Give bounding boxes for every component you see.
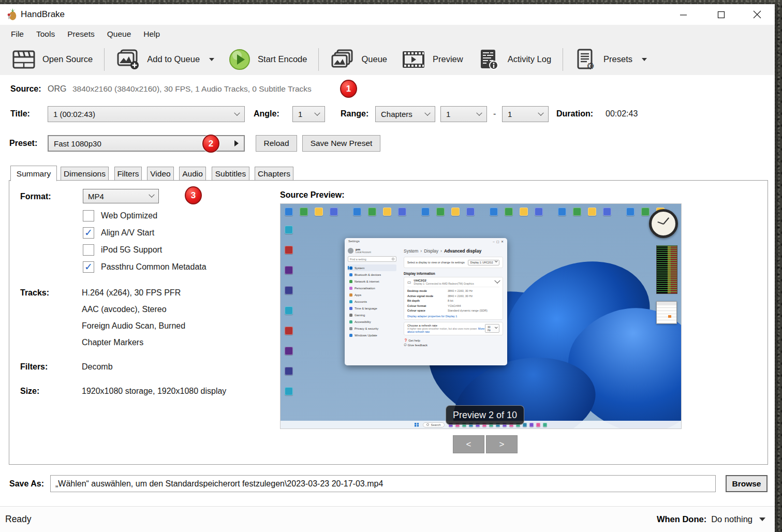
maximize-button[interactable] [708, 4, 734, 25]
preview-counter-overlay: Preview 2 of 10 [446, 405, 524, 425]
title-label: Title: [10, 109, 30, 119]
chevron-right-icon [234, 140, 239, 146]
desktop-icons-row [285, 208, 665, 216]
close-button[interactable] [744, 4, 770, 25]
annotation-badge-3: 3 [185, 186, 202, 204]
tab-audio[interactable]: Audio [179, 167, 206, 181]
option-passthru-common-metadata[interactable]: ✓ Passthru Common Metadata [83, 261, 206, 273]
queue-label: Queue [361, 54, 387, 64]
option-align-av-start[interactable]: ✓ Align A/V Start [83, 227, 154, 239]
add-to-queue-label: Add to Queue [147, 54, 200, 64]
chevron-down-icon [538, 110, 543, 115]
time-language-icon [349, 307, 352, 310]
play-circle-icon [229, 49, 250, 70]
track-video: H.264 (x264), 30 FPS PFR [82, 288, 181, 298]
previous-preview-button[interactable]: < [453, 435, 484, 453]
align-av-start-checkbox[interactable]: ✓ [83, 227, 94, 239]
when-done-label: When Done: [657, 514, 706, 524]
clapperboard-icon [12, 50, 35, 69]
toolbar-separator [318, 48, 319, 71]
calendar-widget-icon [656, 301, 677, 324]
activity-log-label: Activity Log [508, 54, 551, 64]
accessibility-icon [349, 320, 352, 323]
range-type-select[interactable]: Chapters [375, 106, 435, 122]
when-done-value: Do nothing [711, 514, 753, 524]
desktop-icons-column [285, 226, 293, 395]
format-select[interactable]: MP4 [83, 189, 159, 203]
browse-button[interactable]: Browse [726, 475, 768, 492]
menu-help[interactable]: Help [137, 25, 166, 43]
range-from-value: 1 [446, 110, 477, 119]
queue-button[interactable]: Queue [323, 45, 394, 74]
range-to-select[interactable]: 1 [502, 106, 549, 122]
give-feedback-link: 🗩 Give feedback [404, 344, 503, 347]
display-adapter-link: Display adapter properties for Display 1 [407, 315, 499, 318]
display-dropdown: Display 1: UHC2G2 [468, 260, 499, 265]
personalisation-icon [349, 287, 352, 290]
menu-queue[interactable]: Queue [101, 25, 138, 43]
angle-select[interactable]: 1 [292, 106, 325, 122]
apps-icon [349, 293, 352, 297]
settings-nav-windows-update: Windows Update [348, 332, 396, 338]
search-icon [426, 423, 429, 426]
svg-text:⚙: ⚙ [586, 61, 595, 70]
summary-panel: Format: MP4 Web Optimized ✓ Align A/V St… [9, 180, 768, 465]
settings-nav-apps: Apps [348, 291, 396, 298]
web-optimized-checkbox[interactable] [83, 210, 94, 221]
chevron-down-icon [642, 58, 647, 61]
preview-button[interactable]: Preview [394, 45, 470, 74]
when-done-dropdown[interactable]: When Done: Do nothing [657, 507, 765, 531]
option-ipod-5g-support[interactable]: iPod 5G Support [83, 244, 162, 256]
range-from-select[interactable]: 1 [440, 106, 487, 122]
settings-nav-accounts: Accounts [348, 298, 396, 305]
tab-filters[interactable]: Filters [114, 167, 142, 181]
tab-chapters[interactable]: Chapters [255, 167, 293, 181]
presets-gear-icon: ⚙ [574, 49, 596, 70]
menu-presets[interactable]: Presets [61, 25, 101, 43]
minimize-button[interactable] [670, 4, 696, 25]
add-to-queue-icon [116, 49, 140, 70]
statusbar: Ready When Done: Do nothing [0, 506, 775, 532]
save-as-input[interactable] [50, 475, 716, 492]
title-select[interactable]: 1 (00:02:43) [48, 106, 245, 122]
display-information-heading: Display information [404, 272, 503, 275]
settings-titlebar: Settings – ▢ ✕ [345, 238, 507, 246]
source-preview-label: Source Preview: [280, 190, 345, 200]
passthru-common-metadata-checkbox[interactable]: ✓ [83, 261, 94, 273]
range-label: Range: [341, 109, 368, 119]
chevron-down-icon [314, 110, 320, 115]
menu-file[interactable]: File [5, 25, 30, 43]
ipod-5g-support-checkbox[interactable] [83, 244, 94, 256]
tab-video[interactable]: Video [147, 167, 174, 181]
tab-summary[interactable]: Summary [10, 166, 57, 181]
tab-dimensions[interactable]: Dimensions [61, 167, 109, 181]
next-preview-button[interactable]: > [486, 435, 518, 453]
filters-label: Filters: [20, 362, 48, 372]
presets-button[interactable]: ⚙ Presets [567, 45, 654, 74]
ipod-5g-support-label: iPod 5G Support [101, 245, 162, 255]
open-source-button[interactable]: Open Source [5, 45, 100, 74]
activity-log-button[interactable]: Activity Log [470, 45, 558, 74]
tab-subtitles[interactable]: Subtitles [212, 167, 249, 181]
add-to-queue-button[interactable]: Add to Queue [109, 45, 222, 74]
settings-nav-privacy: Privacy & security [348, 325, 396, 332]
annotation-badge-2: 2 [202, 135, 219, 153]
privacy-icon [349, 327, 352, 330]
start-encode-button[interactable]: Start Encode [222, 45, 314, 74]
filters-value: Decomb [82, 362, 113, 372]
toolbar: Open Source Add to Queue Start Encode [0, 43, 775, 75]
reload-button[interactable]: Reload [256, 135, 297, 152]
settings-breadcrumb: System› Display› Advanced display [404, 248, 503, 254]
angle-label: Angle: [254, 109, 279, 119]
open-source-label: Open Source [42, 54, 93, 64]
option-web-optimized[interactable]: Web Optimized [83, 210, 157, 222]
menu-tools[interactable]: Tools [30, 25, 61, 43]
windows-logo-icon [415, 423, 419, 427]
activity-log-icon [478, 49, 500, 70]
settings-nav-time-language: Time & language [348, 305, 396, 312]
save-new-preset-button[interactable]: Save New Preset [302, 135, 380, 152]
status-text: Ready [5, 507, 32, 531]
settings-search-input: Find a setting [348, 256, 396, 262]
bluetooth-icon [349, 273, 352, 276]
settings-sidebar: pm Local Account Find a setting System B… [345, 246, 400, 365]
